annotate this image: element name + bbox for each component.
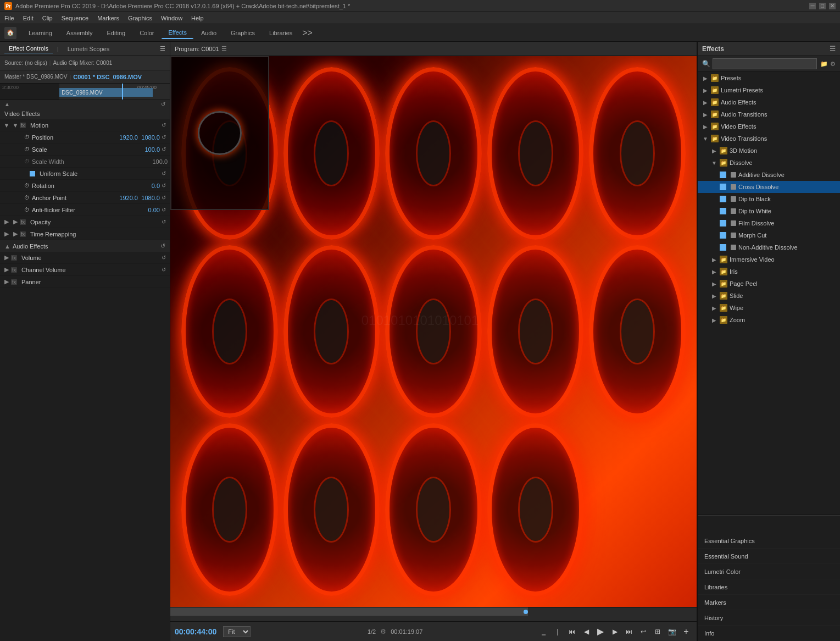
safe-margin-button[interactable]: ⊞ xyxy=(652,626,664,638)
menu-help[interactable]: Help xyxy=(191,15,204,21)
anti-flicker-value[interactable]: 0.00 xyxy=(138,207,160,213)
time-remapping-row[interactable]: ▶ ▶ fx Time Remapping xyxy=(0,228,170,240)
motion-reset-icon[interactable]: ↺ xyxy=(160,121,168,129)
panel-menu-icon[interactable]: ☰ xyxy=(160,45,165,52)
essential-graphics-link[interactable]: Essential Graphics xyxy=(698,533,840,549)
source-label[interactable]: Source: (no clips) xyxy=(4,60,47,66)
tree-item-cross-dissolve[interactable]: Cross Dissolve xyxy=(698,181,840,193)
scale-reset-icon[interactable]: ↺ xyxy=(160,146,168,153)
go-to-out-button[interactable]: ⏭ xyxy=(623,626,635,638)
rotation-value[interactable]: 0.0 xyxy=(138,183,160,189)
settings-icon[interactable]: ⚙ xyxy=(380,628,386,636)
monitor-scrollbar[interactable] xyxy=(170,616,697,621)
panner-expand-icon[interactable]: ▶ xyxy=(2,278,11,286)
menu-markers[interactable]: Markers xyxy=(97,15,119,21)
tree-item-zoom[interactable]: ▶ 📁 Zoom xyxy=(698,314,840,326)
home-button[interactable]: 🏠 xyxy=(4,27,16,39)
anchor-point-x-value[interactable]: 1920.0 xyxy=(116,195,138,201)
new-bin-icon[interactable]: 📁 xyxy=(820,60,828,68)
volume-row[interactable]: ▶ fx Volume ↺ xyxy=(0,252,170,264)
position-reset-icon[interactable]: ↺ xyxy=(160,134,168,141)
play-button[interactable]: ▶ xyxy=(594,626,607,638)
mark-in-button[interactable]: ⎯ xyxy=(537,626,549,638)
markers-link[interactable]: Markers xyxy=(698,595,840,610)
audio-clip-mixer-tab[interactable]: Audio Clip Mixer: C0001 xyxy=(53,60,112,66)
monitor-progress-bar[interactable] xyxy=(170,607,697,616)
motion-group-row[interactable]: ▼ ▼ fx Motion ↺ xyxy=(0,119,170,131)
workspace-tab-effects[interactable]: Effects xyxy=(162,27,193,39)
tree-item-dip-to-white[interactable]: Dip to White xyxy=(698,205,840,217)
lumetri-scopes-tab[interactable]: Lumetri Scopes xyxy=(63,45,114,53)
tree-item-lumetri-presets[interactable]: ▶ 📁 Lumetri Presets xyxy=(698,84,840,96)
export-frame-button[interactable]: 📷 xyxy=(666,626,678,638)
history-link[interactable]: History xyxy=(698,610,840,626)
tree-item-page-peel[interactable]: ▶ 📁 Page Peel xyxy=(698,278,840,290)
maximize-button[interactable]: □ xyxy=(819,3,826,9)
menu-file[interactable]: File xyxy=(4,15,14,21)
position-y-value[interactable]: 1080.0 xyxy=(138,134,160,141)
lumetri-color-link[interactable]: Lumetri Color xyxy=(698,564,840,579)
tree-item-audio-effects[interactable]: ▶ 📁 Audio Effects xyxy=(698,96,840,108)
step-back-button[interactable]: ◀ xyxy=(580,626,592,638)
effect-controls-tab[interactable]: Effect Controls xyxy=(4,44,53,53)
panner-row[interactable]: ▶ fx Panner xyxy=(0,276,170,288)
tree-item-immersive-video[interactable]: ▶ 📁 Immersive Video xyxy=(698,253,840,266)
scale-value[interactable]: 100.0 xyxy=(138,146,160,153)
anchor-point-reset-icon[interactable]: ↺ xyxy=(160,194,168,202)
workspace-tab-libraries[interactable]: Libraries xyxy=(263,27,299,38)
position-row[interactable]: ⏱ Position 1920.0 1080.0 ↺ xyxy=(0,131,170,143)
channel-volume-expand-icon[interactable]: ▶ xyxy=(2,266,11,274)
menu-edit[interactable]: Edit xyxy=(23,15,34,21)
tree-item-video-effects[interactable]: ▶ 📁 Video Effects xyxy=(698,120,840,132)
step-forward-button[interactable]: ▶ xyxy=(609,626,621,638)
loop-button[interactable]: ↩ xyxy=(637,626,649,638)
active-clip-label[interactable]: C0001 * DSC_0986.MOV xyxy=(73,74,142,80)
position-x-value[interactable]: 1920.0 xyxy=(116,134,138,141)
tree-item-morph-cut[interactable]: Morph Cut xyxy=(698,229,840,241)
tree-item-3d-motion[interactable]: ▶ 📁 3D Motion xyxy=(698,145,840,157)
libraries-link[interactable]: Libraries xyxy=(698,579,840,595)
rotation-row[interactable]: ⏱ Rotation 0.0 ↺ xyxy=(0,180,170,192)
tree-item-wipe[interactable]: ▶ 📁 Wipe xyxy=(698,302,840,314)
menu-graphics[interactable]: Graphics xyxy=(128,15,152,21)
anti-flicker-reset-icon[interactable]: ↺ xyxy=(160,206,168,214)
audio-effects-scroll-up[interactable]: ▲ xyxy=(4,243,10,250)
opacity-expand2-icon[interactable]: ▶ xyxy=(11,218,20,226)
opacity-reset-icon[interactable]: ↺ xyxy=(160,218,168,226)
scroll-up-icon[interactable]: ▲ xyxy=(4,101,10,107)
anchor-point-y-value[interactable]: 1080.0 xyxy=(138,195,160,201)
channel-volume-row[interactable]: ▶ fx Channel Volume ↺ xyxy=(0,264,170,276)
monitor-timecode[interactable]: 00:00:44:00 xyxy=(175,627,216,636)
position-stopwatch[interactable]: ⏱ xyxy=(24,134,30,140)
workspace-tab-audio[interactable]: Audio xyxy=(194,27,223,38)
workspace-tab-editing[interactable]: Editing xyxy=(101,27,132,38)
anchor-point-stopwatch[interactable]: ⏱ xyxy=(24,195,30,201)
tree-item-dissolve[interactable]: ▼ 📁 Dissolve xyxy=(698,157,840,169)
anchor-point-row[interactable]: ⏱ Anchor Point 1920.0 1080.0 ↺ xyxy=(0,192,170,204)
workspace-tab-color[interactable]: Color xyxy=(133,27,160,38)
scale-row[interactable]: ⏱ Scale 100.0 ↺ xyxy=(0,143,170,156)
go-to-in-button[interactable]: ⏮ xyxy=(566,626,578,638)
tree-item-film-dissolve[interactable]: Film Dissolve xyxy=(698,217,840,229)
audio-effects-scroll-right[interactable]: ↺ xyxy=(160,242,165,250)
uniform-scale-checkbox[interactable] xyxy=(30,171,35,176)
effects-panel-menu-icon[interactable]: ☰ xyxy=(830,45,836,53)
tree-item-iris[interactable]: ▶ 📁 Iris xyxy=(698,266,840,278)
tree-item-slide[interactable]: ▶ 📁 Slide xyxy=(698,290,840,302)
info-link[interactable]: Info xyxy=(698,626,840,641)
time-remapping-expand-icon[interactable]: ▶ xyxy=(2,230,11,239)
tree-item-presets[interactable]: ▶ 📁 Presets xyxy=(698,72,840,84)
tree-item-video-transitions[interactable]: ▼ 📁 Video Transitions xyxy=(698,132,840,145)
scroll-right-icon[interactable]: ↺ xyxy=(161,101,165,107)
menu-sequence[interactable]: Sequence xyxy=(62,15,89,21)
fit-select[interactable]: Fit xyxy=(223,626,251,637)
rotation-reset-icon[interactable]: ↺ xyxy=(160,182,168,190)
minimize-button[interactable]: ─ xyxy=(809,3,816,9)
uniform-scale-row[interactable]: Uniform Scale ↺ xyxy=(0,168,170,180)
workspace-tab-learning[interactable]: Learning xyxy=(22,27,59,38)
volume-expand-icon[interactable]: ▶ xyxy=(2,253,11,262)
add-marker-button[interactable]: + xyxy=(680,626,692,638)
monitor-menu-icon[interactable]: ☰ xyxy=(221,45,227,52)
channel-volume-reset-icon[interactable]: ↺ xyxy=(160,266,168,274)
time-remapping-expand2-icon[interactable]: ▶ xyxy=(11,230,20,239)
